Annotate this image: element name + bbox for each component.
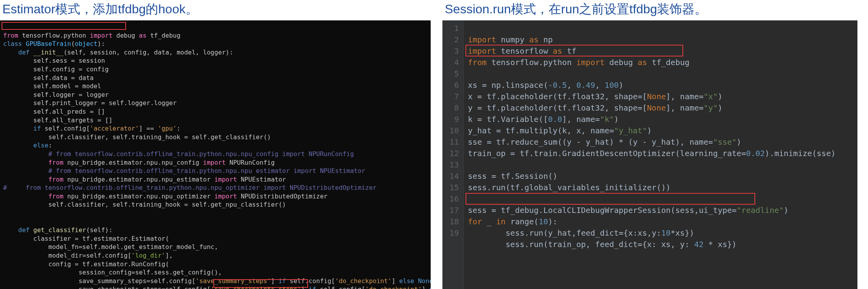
lineno: 8 [449, 102, 459, 114]
alias: tf_debug [652, 58, 689, 67]
expr: ] == [139, 125, 158, 132]
alias: tf [567, 46, 576, 56]
line: ], name= [562, 115, 600, 124]
code-body: import numpy as np import tensorflow as … [464, 20, 839, 289]
left-title: Estimator模式，添加tfdbg的hook。 [0, 0, 431, 20]
lineno: 7 [449, 91, 459, 102]
num: 0.02 [746, 149, 765, 158]
lineno: 4 [449, 57, 459, 68]
cls: NPUDistributedOptimizer [241, 193, 328, 200]
line: self.print_logger = self.logger.logger [33, 99, 177, 107]
kw-from: from [49, 159, 64, 166]
mod: npu_bridge.estimator.npu.npu_estimator [67, 176, 211, 183]
line: y_hat = tf.multiply(k, x, name= [468, 126, 614, 135]
lineno: 2 [449, 34, 459, 45]
line: ], [165, 252, 173, 259]
kw-as: as [638, 58, 647, 67]
line: session_config=self.sess.get_config(), [79, 269, 222, 276]
line: save_checkpoints_steps=self.config[ [79, 285, 211, 289]
lineno: 11 [449, 136, 459, 148]
str: 'do_checkpoint' [335, 277, 392, 285]
line: sess = tf.Session() [468, 171, 558, 181]
line: sse = tf.reduce_sum((y - y_hat) * (y - y… [468, 137, 713, 147]
str: "x" [704, 92, 718, 101]
kw-as: as [529, 35, 539, 44]
num: 0.0 [548, 115, 562, 124]
paren: ) [736, 137, 741, 147]
line: self.all_preds = [] [33, 108, 105, 115]
highlight-box-import [2, 22, 126, 30]
cls: NPUEstimator [241, 176, 286, 183]
str: "sse" [713, 137, 736, 147]
lineno: 17 [449, 205, 459, 216]
comment: # from tensorflow.contrib.offline_train.… [49, 150, 354, 158]
num: 100 [605, 80, 619, 90]
line: self.all_targets = [] [33, 116, 112, 124]
kw-else: else [33, 142, 49, 149]
cls: NPURunConfig [229, 159, 275, 166]
line: self.classifier, self.training_hook = se… [49, 201, 286, 208]
left-code-editor[interactable]: from tensorflow.python import debug as t… [0, 20, 431, 289]
none: None [647, 103, 666, 113]
lineno: 13 [449, 159, 459, 171]
line: sess.run(y_hat,feed_dict={x:xs,y: [505, 228, 661, 238]
right-pane: Session.run模式，在run之前设置tfdbg装饰器。 1 2 3 4 … [442, 0, 857, 289]
line-gutter: 1 2 3 4 5 6 7 8 9 10 11 12 13 14 15 16 1… [442, 20, 464, 289]
line: sess.run(train_op, feed_dict={x: xs, y: [505, 240, 694, 249]
str: 'save_summary_steps' [195, 277, 271, 285]
line: config = tf.estimator.RunConfig( [49, 260, 169, 268]
str: "y_hat" [614, 126, 647, 135]
kw-class: class [3, 40, 22, 47]
lineno: 5 [449, 68, 459, 80]
kw-as: as [139, 32, 146, 39]
alias: np [543, 35, 553, 44]
kw-from: from [3, 32, 18, 39]
kw-import: import [203, 159, 226, 166]
line: model_dir=self.config[ [49, 252, 132, 259]
kw-import: import [214, 193, 237, 200]
kw-import: import [90, 32, 113, 39]
kw-import: import [576, 58, 605, 67]
lineno: 3 [449, 45, 459, 57]
line: *xs}) [671, 228, 694, 238]
mod: numpy [501, 35, 524, 44]
kw-if: if [33, 125, 41, 132]
lineno: 18 [449, 216, 459, 227]
line: k = tf.Variable([ [468, 115, 548, 124]
line: ] [422, 285, 429, 289]
num: 10 [539, 217, 548, 226]
right-code-editor[interactable]: 1 2 3 4 5 6 7 8 9 10 11 12 13 14 15 16 1… [442, 20, 857, 289]
paren: ) [718, 103, 722, 113]
paren: ) [614, 115, 619, 124]
kw-from: from [49, 176, 64, 183]
line: y = tf.placeholder(tf.float32, shape=[ [468, 103, 647, 113]
lineno: 9 [449, 114, 459, 125]
lineno: 16 [449, 193, 459, 205]
line: self.config = config [33, 65, 109, 73]
line: ] [301, 285, 309, 289]
line: ] [271, 277, 278, 285]
fn-init: __init__ [33, 49, 63, 56]
lineno: 10 [449, 125, 459, 136]
expr: self.config[ [45, 125, 90, 132]
str: 'log_dir' [132, 252, 166, 259]
num: 10 [661, 228, 671, 238]
sub: debug [116, 32, 135, 39]
kw-else: else [399, 277, 414, 285]
line: ], name= [666, 103, 704, 113]
line: sess.run(tf.global_variables_initializer… [468, 183, 671, 192]
lineno: 15 [449, 182, 459, 193]
kw-from: from [49, 193, 64, 200]
line: self.model = model [33, 82, 101, 90]
str: 'gpu' [158, 125, 177, 132]
kw-def: def [18, 226, 30, 234]
line: train_op = tf.train.GradientDescentOptim… [468, 149, 746, 158]
lineno: 1 [449, 23, 459, 34]
fn-name: get_classifier [33, 226, 86, 234]
line: range( [505, 217, 538, 226]
lineno: 12 [449, 148, 459, 159]
line: self.classifier, self.training_hook = se… [49, 133, 271, 141]
left-pane: Estimator模式，添加tfdbg的hook。 from tensorflo… [0, 0, 431, 289]
params: (self): [86, 226, 112, 234]
highlight-box-wrapper [466, 193, 755, 205]
